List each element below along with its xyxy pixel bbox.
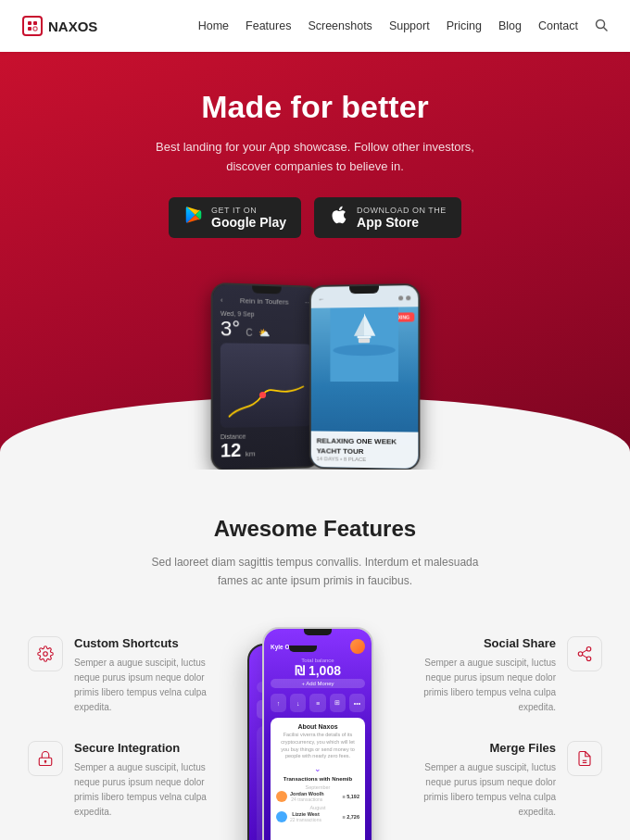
- fp-chevron: ⌄: [276, 764, 359, 773]
- fp-ic-qr: ⊞: [330, 694, 346, 712]
- fp-ic-send: ↑: [271, 694, 286, 712]
- svg-rect-0: [28, 21, 32, 25]
- secure-integration-text: Secure Integration Semper a augue suscip…: [74, 741, 232, 820]
- svg-point-13: [44, 652, 48, 657]
- logo[interactable]: NAXOS: [22, 16, 97, 36]
- svg-point-6: [259, 391, 266, 397]
- features-grid: Custom Shortcuts Semper a augue suscipit…: [28, 627, 602, 840]
- nav-screenshots[interactable]: Screenshots: [308, 19, 372, 32]
- fp-trans-info-1: Jordan Woolh 24 transactions: [290, 791, 324, 802]
- lock-icon: [28, 741, 63, 776]
- nav-contact[interactable]: Contact: [538, 19, 578, 32]
- custom-shortcuts-text: Custom Shortcuts Semper a augue suscipit…: [74, 636, 232, 715]
- fp-ic-list: ≡: [309, 694, 325, 712]
- google-play-small-text: GET IT ON: [211, 206, 286, 215]
- hero-title: Made for better: [201, 89, 429, 125]
- features-subtitle: Sed laoreet diam sagittis tempus convall…: [148, 553, 482, 591]
- phone-right-notch: [349, 285, 379, 294]
- dist-unit: km: [245, 449, 255, 458]
- phone-left-notch: [252, 285, 282, 294]
- fp-trans-av-1: [276, 791, 287, 802]
- app-store-text: Download on the App Store: [357, 206, 447, 230]
- navbar: NAXOS Home Features Screenshots Support …: [0, 0, 630, 52]
- phone-right-screen: ← RELAXING: [310, 285, 418, 469]
- phone-right: ← RELAXING: [309, 283, 420, 470]
- hero-subtitle: Best landing for your App showcase. Foll…: [139, 138, 491, 177]
- phone-left: ‹ Rein in Toufers ⋯ Wed, 9 Sep 3° C ⛅: [210, 282, 320, 469]
- search-icon[interactable]: [595, 19, 608, 34]
- svg-line-5: [604, 27, 608, 31]
- svg-line-24: [582, 650, 586, 653]
- app-store-big-text: App Store: [357, 215, 447, 230]
- phone-left-temp: 3° C ⛅: [220, 316, 311, 342]
- svg-rect-12: [358, 338, 369, 343]
- dist-value: 12: [220, 439, 241, 460]
- app-store-button[interactable]: Download on the App Store: [314, 197, 461, 238]
- nav-blog[interactable]: Blog: [498, 19, 522, 32]
- yacht-title: RELAXING ONE WEEK YACHT TOUR: [316, 436, 412, 457]
- fp-header: Kyle Omega: [271, 639, 365, 654]
- features-title: Awesome Features: [28, 516, 602, 542]
- secure-integration-desc: Semper a augue suscipit, luctus neque pu…: [74, 760, 232, 820]
- nav-support[interactable]: Support: [389, 19, 430, 32]
- shortcuts-icon: [28, 636, 63, 671]
- fp-trans-amount-2: ≡ 2,726: [342, 814, 359, 820]
- fp-white-card: About Naxos Facilisi viverra the details…: [271, 718, 365, 840]
- svg-rect-1: [33, 21, 37, 25]
- fp-row-icons: ↑ ↓ ≡ ⊞ •••: [271, 694, 365, 712]
- svg-point-22: [586, 657, 591, 661]
- fp-ic-receive: ↓: [290, 694, 306, 712]
- merge-files-text: Merge Files Semper a augue suscipit, luc…: [398, 741, 556, 820]
- fp-trans-row-2: Lizzie West 22 transactions ≡ 2,726: [276, 811, 359, 822]
- secure-integration-title: Secure Integration: [74, 741, 232, 755]
- yacht-image: RELAXING RELAXING ONE WEEK YA: [310, 307, 418, 469]
- yacht-info: RELAXING ONE WEEK YACHT TOUR 14 DAYS • 8…: [310, 431, 418, 468]
- fp-about-title: About Naxos: [276, 723, 359, 730]
- features-center-phone: Total balance ₪ 2,785 + Add Money ↑ ↓ ≡: [232, 627, 398, 840]
- nav-features[interactable]: Features: [246, 19, 291, 32]
- phone-left-location: Rein in Toufers: [239, 296, 288, 307]
- fp-avatar: [350, 639, 365, 654]
- features-section: Awesome Features Sed laoreet diam sagitt…: [0, 470, 630, 840]
- temp-value: 3°: [220, 316, 239, 340]
- weather-icon: ⛅: [258, 327, 269, 337]
- fp-back-notch: [289, 646, 317, 652]
- fp-trans-amount-1: ≡ 5,192: [342, 794, 359, 799]
- phone-left-nav: ‹ Rein in Toufers ⋯: [220, 295, 311, 307]
- nav-links: Home Features Screenshots Support Pricin…: [198, 19, 608, 34]
- svg-rect-3: [33, 27, 37, 31]
- feature-phone-front: Kyle Omega Total balance ₪ 1,008 + Add M…: [262, 627, 373, 840]
- phone-right-dots: [398, 295, 410, 301]
- fp-month-aug: August: [276, 805, 359, 810]
- svg-line-23: [582, 656, 586, 658]
- fp-trans-title: Transactions with Nnemib: [276, 776, 359, 782]
- app-store-icon: [329, 205, 349, 231]
- svg-point-21: [578, 652, 583, 657]
- feature-merge-files: Merge Files Semper a augue suscipit, luc…: [398, 741, 602, 820]
- phone-left-map: [220, 343, 311, 428]
- social-share-desc: Semper a augue suscipit, luctus neque pu…: [398, 656, 556, 715]
- share-icon: [567, 636, 602, 671]
- features-left-col: Custom Shortcuts Semper a augue suscipit…: [28, 627, 232, 840]
- hero-section: Made for better Best landing for your Ap…: [0, 52, 630, 470]
- nav-pricing[interactable]: Pricing: [447, 19, 482, 32]
- google-play-text: GET IT ON Google Play: [211, 206, 286, 230]
- google-play-icon: [183, 205, 204, 231]
- google-play-button[interactable]: GET IT ON Google Play: [169, 197, 301, 238]
- google-play-big-text: Google Play: [211, 215, 286, 230]
- logo-icon: [22, 16, 43, 36]
- merge-files-desc: Semper a augue suscipit, luctus neque pu…: [398, 760, 556, 820]
- nav-home[interactable]: Home: [198, 19, 229, 32]
- fp-about-text: Facilisi viverra the details of its cryp…: [276, 732, 359, 760]
- yacht-sub: 14 DAYS • 8 PLACE: [316, 456, 412, 463]
- feature-phone-container: Total balance ₪ 2,785 + Add Money ↑ ↓ ≡: [246, 627, 384, 840]
- feature-secure-integration: Secure Integration Semper a augue suscip…: [28, 741, 232, 820]
- fp-trans-sub-2: 22 transactions: [290, 817, 321, 822]
- temp-unit: C: [246, 327, 252, 337]
- merge-icon: [567, 741, 602, 776]
- hero-phones: ‹ Rein in Toufers ⋯ Wed, 9 Sep 3° C ⛅: [22, 266, 608, 470]
- phone-left-distance: Distance 12 km: [220, 432, 311, 462]
- fp-trans-sub-1: 24 transactions: [290, 796, 324, 802]
- custom-shortcuts-desc: Semper a augue suscipit, luctus neque pu…: [74, 656, 232, 715]
- fp-ic-more: •••: [349, 694, 365, 712]
